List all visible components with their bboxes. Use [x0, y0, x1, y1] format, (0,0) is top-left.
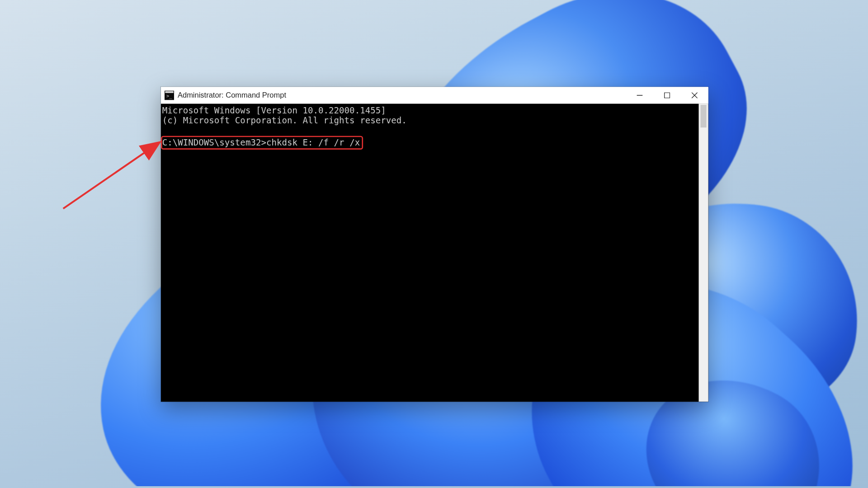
terminal-line: (c) Microsoft Corporation. All rights re…	[162, 116, 407, 125]
close-button[interactable]	[681, 87, 708, 104]
minimize-button[interactable]	[626, 87, 654, 104]
svg-text:>_: >_	[166, 93, 172, 99]
terminal-command: chkdsk E: /f /r /x	[266, 138, 360, 147]
scrollbar-thumb[interactable]	[700, 105, 706, 127]
terminal-prompt: C:\WINDOWS\system32>	[162, 138, 266, 147]
close-icon	[692, 92, 698, 98]
svg-rect-1	[165, 91, 173, 93]
terminal-output[interactable]: Microsoft Windows [Version 10.0.22000.14…	[161, 103, 698, 401]
scrollbar[interactable]	[699, 103, 708, 401]
command-prompt-window[interactable]: >_ Administrator: Command Prompt	[161, 87, 708, 402]
maximize-button[interactable]	[653, 87, 681, 104]
terminal-line: Microsoft Windows [Version 10.0.22000.14…	[162, 105, 386, 115]
titlebar[interactable]: >_ Administrator: Command Prompt	[161, 87, 708, 104]
highlighted-command: C:\WINDOWS\system32>chkdsk E: /f /r /x	[161, 136, 363, 150]
cmd-icon: >_	[165, 90, 174, 100]
svg-rect-4	[665, 93, 670, 98]
maximize-icon	[664, 92, 670, 98]
minimize-icon	[637, 92, 642, 98]
window-title: Administrator: Command Prompt	[178, 91, 286, 99]
